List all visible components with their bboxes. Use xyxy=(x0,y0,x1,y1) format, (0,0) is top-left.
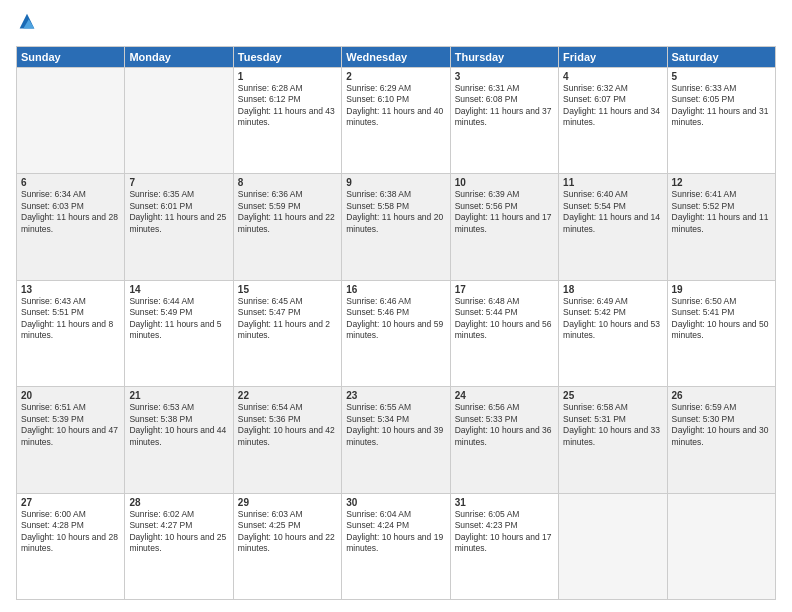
day-number: 24 xyxy=(455,390,554,401)
calendar-header-row: SundayMondayTuesdayWednesdayThursdayFrid… xyxy=(17,47,776,68)
calendar-cell xyxy=(17,68,125,174)
calendar-cell: 4Sunrise: 6:32 AMSunset: 6:07 PMDaylight… xyxy=(559,68,667,174)
calendar-week-2: 6Sunrise: 6:34 AMSunset: 6:03 PMDaylight… xyxy=(17,174,776,280)
day-info: Sunrise: 6:55 AMSunset: 5:34 PMDaylight:… xyxy=(346,402,445,448)
day-info: Sunrise: 6:04 AMSunset: 4:24 PMDaylight:… xyxy=(346,509,445,555)
calendar-cell: 19Sunrise: 6:50 AMSunset: 5:41 PMDayligh… xyxy=(667,280,775,386)
day-number: 9 xyxy=(346,177,445,188)
day-info: Sunrise: 6:54 AMSunset: 5:36 PMDaylight:… xyxy=(238,402,337,448)
day-number: 8 xyxy=(238,177,337,188)
day-number: 3 xyxy=(455,71,554,82)
day-info: Sunrise: 6:53 AMSunset: 5:38 PMDaylight:… xyxy=(129,402,228,448)
day-info: Sunrise: 6:49 AMSunset: 5:42 PMDaylight:… xyxy=(563,296,662,342)
calendar-cell: 20Sunrise: 6:51 AMSunset: 5:39 PMDayligh… xyxy=(17,387,125,493)
day-number: 25 xyxy=(563,390,662,401)
day-info: Sunrise: 6:56 AMSunset: 5:33 PMDaylight:… xyxy=(455,402,554,448)
day-number: 2 xyxy=(346,71,445,82)
day-number: 16 xyxy=(346,284,445,295)
calendar-week-5: 27Sunrise: 6:00 AMSunset: 4:28 PMDayligh… xyxy=(17,493,776,599)
calendar-cell: 31Sunrise: 6:05 AMSunset: 4:23 PMDayligh… xyxy=(450,493,558,599)
calendar-cell: 24Sunrise: 6:56 AMSunset: 5:33 PMDayligh… xyxy=(450,387,558,493)
day-number: 27 xyxy=(21,497,120,508)
day-info: Sunrise: 6:44 AMSunset: 5:49 PMDaylight:… xyxy=(129,296,228,342)
calendar-cell: 5Sunrise: 6:33 AMSunset: 6:05 PMDaylight… xyxy=(667,68,775,174)
calendar-cell: 10Sunrise: 6:39 AMSunset: 5:56 PMDayligh… xyxy=(450,174,558,280)
calendar-cell: 23Sunrise: 6:55 AMSunset: 5:34 PMDayligh… xyxy=(342,387,450,493)
day-info: Sunrise: 6:59 AMSunset: 5:30 PMDaylight:… xyxy=(672,402,771,448)
day-info: Sunrise: 6:48 AMSunset: 5:44 PMDaylight:… xyxy=(455,296,554,342)
day-number: 6 xyxy=(21,177,120,188)
day-number: 13 xyxy=(21,284,120,295)
calendar-cell: 12Sunrise: 6:41 AMSunset: 5:52 PMDayligh… xyxy=(667,174,775,280)
calendar-cell: 21Sunrise: 6:53 AMSunset: 5:38 PMDayligh… xyxy=(125,387,233,493)
day-number: 31 xyxy=(455,497,554,508)
day-number: 5 xyxy=(672,71,771,82)
day-info: Sunrise: 6:51 AMSunset: 5:39 PMDaylight:… xyxy=(21,402,120,448)
calendar-cell: 18Sunrise: 6:49 AMSunset: 5:42 PMDayligh… xyxy=(559,280,667,386)
day-info: Sunrise: 6:43 AMSunset: 5:51 PMDaylight:… xyxy=(21,296,120,342)
day-info: Sunrise: 6:28 AMSunset: 6:12 PMDaylight:… xyxy=(238,83,337,129)
calendar-cell: 17Sunrise: 6:48 AMSunset: 5:44 PMDayligh… xyxy=(450,280,558,386)
day-info: Sunrise: 6:34 AMSunset: 6:03 PMDaylight:… xyxy=(21,189,120,235)
calendar-header-tuesday: Tuesday xyxy=(233,47,341,68)
day-number: 20 xyxy=(21,390,120,401)
calendar-cell: 28Sunrise: 6:02 AMSunset: 4:27 PMDayligh… xyxy=(125,493,233,599)
day-number: 12 xyxy=(672,177,771,188)
day-info: Sunrise: 6:00 AMSunset: 4:28 PMDaylight:… xyxy=(21,509,120,555)
calendar-cell: 3Sunrise: 6:31 AMSunset: 6:08 PMDaylight… xyxy=(450,68,558,174)
day-number: 17 xyxy=(455,284,554,295)
calendar-cell: 7Sunrise: 6:35 AMSunset: 6:01 PMDaylight… xyxy=(125,174,233,280)
page-header xyxy=(16,12,776,38)
calendar-cell: 13Sunrise: 6:43 AMSunset: 5:51 PMDayligh… xyxy=(17,280,125,386)
calendar-header-saturday: Saturday xyxy=(667,47,775,68)
day-number: 7 xyxy=(129,177,228,188)
day-info: Sunrise: 6:39 AMSunset: 5:56 PMDaylight:… xyxy=(455,189,554,235)
calendar-header-monday: Monday xyxy=(125,47,233,68)
day-number: 21 xyxy=(129,390,228,401)
calendar-cell: 22Sunrise: 6:54 AMSunset: 5:36 PMDayligh… xyxy=(233,387,341,493)
calendar-week-3: 13Sunrise: 6:43 AMSunset: 5:51 PMDayligh… xyxy=(17,280,776,386)
calendar-table: SundayMondayTuesdayWednesdayThursdayFrid… xyxy=(16,46,776,600)
calendar-cell: 11Sunrise: 6:40 AMSunset: 5:54 PMDayligh… xyxy=(559,174,667,280)
day-info: Sunrise: 6:45 AMSunset: 5:47 PMDaylight:… xyxy=(238,296,337,342)
calendar-header-friday: Friday xyxy=(559,47,667,68)
day-info: Sunrise: 6:46 AMSunset: 5:46 PMDaylight:… xyxy=(346,296,445,342)
day-number: 19 xyxy=(672,284,771,295)
day-info: Sunrise: 6:31 AMSunset: 6:08 PMDaylight:… xyxy=(455,83,554,129)
logo-icon xyxy=(16,12,38,34)
day-number: 22 xyxy=(238,390,337,401)
day-number: 26 xyxy=(672,390,771,401)
day-number: 30 xyxy=(346,497,445,508)
day-number: 10 xyxy=(455,177,554,188)
day-info: Sunrise: 6:40 AMSunset: 5:54 PMDaylight:… xyxy=(563,189,662,235)
calendar-cell: 15Sunrise: 6:45 AMSunset: 5:47 PMDayligh… xyxy=(233,280,341,386)
calendar-cell: 14Sunrise: 6:44 AMSunset: 5:49 PMDayligh… xyxy=(125,280,233,386)
calendar-cell: 16Sunrise: 6:46 AMSunset: 5:46 PMDayligh… xyxy=(342,280,450,386)
calendar-cell: 30Sunrise: 6:04 AMSunset: 4:24 PMDayligh… xyxy=(342,493,450,599)
day-info: Sunrise: 6:32 AMSunset: 6:07 PMDaylight:… xyxy=(563,83,662,129)
calendar-cell: 29Sunrise: 6:03 AMSunset: 4:25 PMDayligh… xyxy=(233,493,341,599)
day-info: Sunrise: 6:36 AMSunset: 5:59 PMDaylight:… xyxy=(238,189,337,235)
day-number: 15 xyxy=(238,284,337,295)
calendar-week-4: 20Sunrise: 6:51 AMSunset: 5:39 PMDayligh… xyxy=(17,387,776,493)
day-info: Sunrise: 6:03 AMSunset: 4:25 PMDaylight:… xyxy=(238,509,337,555)
day-number: 28 xyxy=(129,497,228,508)
day-number: 23 xyxy=(346,390,445,401)
calendar-cell xyxy=(125,68,233,174)
day-info: Sunrise: 6:05 AMSunset: 4:23 PMDaylight:… xyxy=(455,509,554,555)
day-info: Sunrise: 6:35 AMSunset: 6:01 PMDaylight:… xyxy=(129,189,228,235)
calendar-cell: 25Sunrise: 6:58 AMSunset: 5:31 PMDayligh… xyxy=(559,387,667,493)
day-number: 1 xyxy=(238,71,337,82)
logo xyxy=(16,12,42,38)
calendar-header-wednesday: Wednesday xyxy=(342,47,450,68)
day-info: Sunrise: 6:41 AMSunset: 5:52 PMDaylight:… xyxy=(672,189,771,235)
calendar-cell: 2Sunrise: 6:29 AMSunset: 6:10 PMDaylight… xyxy=(342,68,450,174)
calendar-cell: 27Sunrise: 6:00 AMSunset: 4:28 PMDayligh… xyxy=(17,493,125,599)
day-number: 29 xyxy=(238,497,337,508)
day-info: Sunrise: 6:38 AMSunset: 5:58 PMDaylight:… xyxy=(346,189,445,235)
day-number: 14 xyxy=(129,284,228,295)
calendar-cell: 8Sunrise: 6:36 AMSunset: 5:59 PMDaylight… xyxy=(233,174,341,280)
day-number: 11 xyxy=(563,177,662,188)
day-info: Sunrise: 6:02 AMSunset: 4:27 PMDaylight:… xyxy=(129,509,228,555)
day-info: Sunrise: 6:50 AMSunset: 5:41 PMDaylight:… xyxy=(672,296,771,342)
